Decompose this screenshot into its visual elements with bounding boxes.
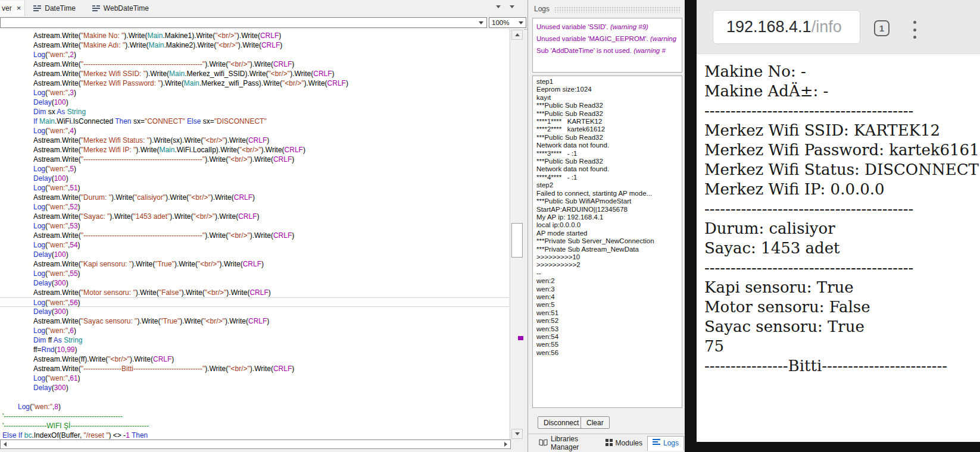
compiler-warnings-box[interactable]: Unused variable 'SSID'. (warning #9)Unus…	[532, 18, 682, 73]
code-line[interactable]: Log("wen:",53)	[0, 221, 509, 231]
code-line[interactable]: Delay(300)	[0, 307, 509, 316]
code-line[interactable]: Astream.Write("Makine Adı: ").Write(Main…	[0, 40, 509, 50]
tab-overflow-arrow-icon[interactable]	[510, 5, 514, 8]
code-line[interactable]: Delay(300)	[0, 278, 509, 288]
code-line[interactable]: '------------------WIFI Şİ--------------…	[0, 421, 509, 431]
code-line[interactable]: Astream.Write("Kapi sensoru: ").Write("T…	[0, 259, 509, 269]
code-line[interactable]: Log("wen:",6)	[0, 326, 509, 335]
code-line[interactable]: Astream.Write("----------------Bitti----…	[0, 364, 509, 373]
code-line[interactable]: Else If bc.IndexOf(Buffer, "/reset ") <>…	[0, 431, 509, 439]
bookmark-marker	[518, 336, 523, 340]
code-line[interactable]: ff=Rnd(10,99)	[0, 345, 509, 354]
tab-webdatetime[interactable]: WebDateTime	[84, 1, 157, 16]
log-line: wen:5	[536, 301, 678, 309]
code-line[interactable]: Log("wen:",3)	[0, 88, 509, 98]
log-line: --	[536, 269, 678, 277]
tab-modules[interactable]: Modules	[601, 437, 647, 450]
code-line[interactable]: If Main.WiFi.IsConnected Then sx="CONNEC…	[0, 117, 509, 126]
log-line: ***Public Sub Read32	[536, 158, 678, 165]
code-line[interactable]: Log("wen:",55)	[0, 269, 509, 278]
log-line: wen:56	[536, 349, 678, 357]
code-line[interactable]: Log("wen:",5)	[0, 164, 509, 174]
code-editor[interactable]: Astream.Write("Makine No: ").Write(Main.…	[0, 29, 509, 439]
log-output-box[interactable]: step1Eeprom size:1024kayıt***Public Sub …	[532, 76, 682, 408]
close-icon[interactable]: ×	[17, 5, 21, 12]
tab-logs-label: Logs	[663, 439, 679, 447]
log-line: ****1**** KARTEK12	[536, 118, 678, 125]
log-line: wen:54	[536, 333, 678, 341]
log-line: Network data not found.	[536, 142, 678, 149]
editor-horizontal-scrollbar[interactable]	[0, 440, 511, 449]
code-line[interactable]: Astream.Write("Makine No: ").Write(Main.…	[0, 31, 509, 40]
scroll-left-button[interactable]	[1, 441, 9, 447]
code-line[interactable]: Log("wen:",52)	[0, 202, 509, 212]
phone-frame-edge	[685, 442, 980, 452]
code-line[interactable]: Astream.Write("Merkez Wifi SSID: ").Writ…	[0, 69, 509, 79]
tab-logs[interactable]: Logs	[647, 436, 684, 451]
log-line: step2	[536, 181, 678, 189]
panel-drag-texture[interactable]	[554, 7, 681, 12]
phone-text-line: ----------------Bitti-------------------…	[704, 356, 980, 376]
scroll-up-button[interactable]	[511, 30, 523, 40]
code-line[interactable]: Delay(100)	[0, 250, 509, 259]
address-bar[interactable]: 192.168.4.1 /info	[713, 10, 860, 44]
phone-text-line: Durum: calisiyor	[704, 219, 980, 238]
sub-selector-combobox[interactable]	[0, 17, 487, 28]
scrollbar-thumb[interactable]	[511, 223, 523, 258]
code-line[interactable]: Astream.Write("Sayac sensoru: ").Write("…	[0, 316, 509, 326]
code-line[interactable]: Astream.Write(ff).Write("<br/>").Write(C…	[0, 354, 509, 364]
code-line[interactable]: Astream.Write("-------------------------…	[0, 231, 509, 240]
code-line[interactable]: Astream.Write("Merkez Wifi Status: ").Wr…	[0, 136, 509, 145]
tab-libraries-manager[interactable]: Libraries Manager	[534, 432, 601, 452]
disconnect-button[interactable]: Disconnect	[538, 416, 585, 429]
code-line[interactable]	[0, 393, 509, 402]
browser-toolbar: 192.168.4.1 /info 1	[697, 0, 980, 54]
log-list-icon	[653, 439, 660, 447]
code-line[interactable]: Dim ff As String	[0, 335, 509, 345]
phone-browser-screenshot: 192.168.4.1 /info 1 Makine No: -Makine A…	[685, 0, 980, 452]
phone-text-line: Makine AdÄ±: -	[704, 81, 980, 101]
tab-scroll-arrow-icon[interactable]	[496, 5, 501, 8]
code-line[interactable]: Delay(300)	[0, 383, 509, 393]
code-line[interactable]: Log("wen:",56)	[0, 297, 509, 307]
code-line[interactable]: '---------------------------------------…	[0, 412, 509, 421]
browser-menu-icon[interactable]	[913, 21, 917, 39]
editor-zoom-control[interactable]: 100%	[489, 17, 526, 28]
code-line[interactable]: Log("wen:",2)	[0, 50, 509, 59]
clear-button[interactable]: Clear	[580, 416, 610, 429]
scroll-down-button[interactable]	[511, 429, 523, 439]
warning-line: Unused variable 'MAGIC_EEPROM'. (warning	[536, 33, 678, 45]
code-line[interactable]: Astream.Write("Merkez Wifi IP: ").Write(…	[0, 145, 509, 155]
code-line[interactable]: Delay(100)	[0, 98, 509, 107]
code-line[interactable]: Astream.Write("Merkez Wifi Password: ").…	[0, 79, 509, 88]
arrow-right-icon	[504, 442, 507, 447]
warning-line: Sub 'AddDateTime' is not used. (warning …	[536, 45, 678, 56]
code-line[interactable]: Astream.Write("-------------------------…	[0, 155, 509, 164]
modules-icon	[606, 439, 613, 448]
tab-libraries-manager-label: Libraries Manager	[551, 435, 596, 451]
phone-text-line: Sayac sensoru: True	[704, 317, 980, 337]
chevron-down-icon	[519, 21, 523, 24]
code-line[interactable]: Delay(100)	[0, 174, 509, 183]
code-line[interactable]: Dim sx As String	[0, 107, 509, 117]
code-line[interactable]: Log("wen:",8)	[0, 402, 509, 412]
module-icon	[92, 5, 100, 12]
editor-vertical-scrollbar[interactable]	[510, 29, 524, 440]
code-line[interactable]: Log("wen:",54)	[0, 240, 509, 250]
tab-datetime[interactable]: DateTime	[25, 1, 84, 16]
scroll-right-button[interactable]	[502, 441, 510, 447]
right-panel-tab-bar: Libraries Manager Modules Logs	[528, 434, 684, 452]
code-line[interactable]: Log("wen:",51)	[0, 183, 509, 193]
logs-panel-header: Logs	[534, 5, 682, 13]
tab-count-button[interactable]: 1	[874, 20, 890, 36]
log-line: Eeprom size:1024	[536, 86, 678, 93]
code-line[interactable]: Log("wen:",4)	[0, 126, 509, 136]
code-line[interactable]: Astream.Write("Sayac: ").Write("1453 ade…	[0, 212, 509, 221]
log-line: wen:52	[536, 317, 678, 325]
code-line[interactable]: Log("wen:",61)	[0, 373, 509, 383]
code-line[interactable]: Astream.Write("Durum: ").Write("calisiyo…	[0, 193, 509, 202]
code-line[interactable]: Astream.Write("Motor sensoru: ").Write("…	[0, 288, 509, 297]
tab-server-partial[interactable]: ver ×	[0, 1, 25, 16]
log-line: ***Public Sub Read32	[536, 110, 678, 118]
code-line[interactable]: Astream.Write("-------------------------…	[0, 59, 509, 69]
